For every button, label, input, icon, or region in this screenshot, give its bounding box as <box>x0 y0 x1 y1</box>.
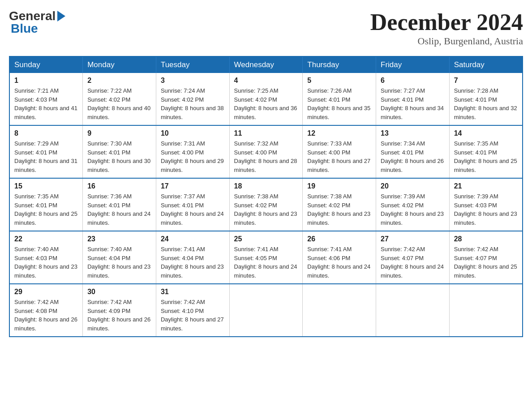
day-info: Sunrise: 7:40 AMSunset: 4:03 PMDaylight:… <box>14 246 77 279</box>
day-number: 12 <box>307 129 371 137</box>
day-number: 24 <box>161 235 225 243</box>
calendar-day-cell: 24 Sunrise: 7:41 AMSunset: 4:04 PMDaylig… <box>156 231 229 284</box>
day-info: Sunrise: 7:39 AMSunset: 4:03 PMDaylight:… <box>454 193 517 226</box>
calendar-week-row: 15 Sunrise: 7:35 AMSunset: 4:01 PMDaylig… <box>9 178 523 231</box>
calendar-day-cell: 17 Sunrise: 7:37 AMSunset: 4:01 PMDaylig… <box>156 178 229 231</box>
day-info: Sunrise: 7:42 AMSunset: 4:08 PMDaylight:… <box>14 299 77 332</box>
day-number: 23 <box>87 235 151 243</box>
calendar-day-cell: 13 Sunrise: 7:34 AMSunset: 4:01 PMDaylig… <box>376 125 450 178</box>
calendar-day-cell: 10 Sunrise: 7:31 AMSunset: 4:00 PMDaylig… <box>156 125 229 178</box>
day-number: 18 <box>234 182 298 190</box>
day-number: 16 <box>87 182 151 190</box>
day-info: Sunrise: 7:24 AMSunset: 4:02 PMDaylight:… <box>161 87 224 120</box>
day-number: 22 <box>14 235 78 243</box>
calendar-day-cell: 14 Sunrise: 7:35 AMSunset: 4:01 PMDaylig… <box>449 125 523 178</box>
day-info: Sunrise: 7:41 AMSunset: 4:06 PMDaylight:… <box>307 246 370 279</box>
day-info: Sunrise: 7:35 AMSunset: 4:01 PMDaylight:… <box>454 140 517 173</box>
calendar-day-cell: 5 Sunrise: 7:26 AMSunset: 4:01 PMDayligh… <box>303 73 376 125</box>
title-area: December 2024 Oslip, Burgenland, Austria <box>370 9 523 47</box>
calendar-day-cell: 21 Sunrise: 7:39 AMSunset: 4:03 PMDaylig… <box>449 178 523 231</box>
day-number: 8 <box>14 129 78 137</box>
day-info: Sunrise: 7:40 AMSunset: 4:04 PMDaylight:… <box>87 246 150 279</box>
day-info: Sunrise: 7:36 AMSunset: 4:01 PMDaylight:… <box>87 193 150 226</box>
calendar-week-row: 29 Sunrise: 7:42 AMSunset: 4:08 PMDaylig… <box>9 284 523 337</box>
day-number: 13 <box>381 129 445 137</box>
calendar-day-cell: 30 Sunrise: 7:42 AMSunset: 4:09 PMDaylig… <box>83 284 156 337</box>
calendar-day-cell: 31 Sunrise: 7:42 AMSunset: 4:10 PMDaylig… <box>156 284 229 337</box>
calendar-day-cell <box>449 284 523 337</box>
day-number: 6 <box>381 77 445 85</box>
day-info: Sunrise: 7:26 AMSunset: 4:01 PMDaylight:… <box>307 87 370 120</box>
calendar-week-row: 8 Sunrise: 7:29 AMSunset: 4:01 PMDayligh… <box>9 125 523 178</box>
calendar-day-cell: 15 Sunrise: 7:35 AMSunset: 4:01 PMDaylig… <box>9 178 83 231</box>
day-of-week-header: Friday <box>376 56 450 73</box>
calendar-day-cell: 2 Sunrise: 7:22 AMSunset: 4:02 PMDayligh… <box>83 73 156 125</box>
calendar-day-cell: 18 Sunrise: 7:38 AMSunset: 4:02 PMDaylig… <box>229 178 303 231</box>
day-number: 1 <box>14 77 78 85</box>
day-number: 28 <box>454 235 518 243</box>
calendar-day-cell: 25 Sunrise: 7:41 AMSunset: 4:05 PMDaylig… <box>229 231 303 284</box>
day-info: Sunrise: 7:28 AMSunset: 4:01 PMDaylight:… <box>454 87 517 120</box>
calendar-day-cell <box>303 284 376 337</box>
calendar-day-cell: 9 Sunrise: 7:30 AMSunset: 4:01 PMDayligh… <box>83 125 156 178</box>
day-number: 29 <box>14 288 78 296</box>
day-info: Sunrise: 7:42 AMSunset: 4:07 PMDaylight:… <box>454 246 517 279</box>
day-number: 27 <box>381 235 445 243</box>
calendar-table: SundayMondayTuesdayWednesdayThursdayFrid… <box>9 56 523 337</box>
day-number: 9 <box>87 129 151 137</box>
calendar-day-cell: 12 Sunrise: 7:33 AMSunset: 4:00 PMDaylig… <box>303 125 376 178</box>
calendar-day-cell: 1 Sunrise: 7:21 AMSunset: 4:03 PMDayligh… <box>9 73 83 125</box>
calendar-day-cell: 7 Sunrise: 7:28 AMSunset: 4:01 PMDayligh… <box>449 73 523 125</box>
day-info: Sunrise: 7:22 AMSunset: 4:02 PMDaylight:… <box>87 87 150 120</box>
calendar-day-cell: 20 Sunrise: 7:39 AMSunset: 4:02 PMDaylig… <box>376 178 450 231</box>
day-number: 30 <box>87 288 151 296</box>
day-info: Sunrise: 7:38 AMSunset: 4:02 PMDaylight:… <box>234 193 297 226</box>
day-number: 26 <box>307 235 371 243</box>
day-info: Sunrise: 7:29 AMSunset: 4:01 PMDaylight:… <box>14 140 77 173</box>
day-of-week-header: Tuesday <box>156 56 229 73</box>
day-number: 7 <box>454 77 518 85</box>
calendar-day-cell: 4 Sunrise: 7:25 AMSunset: 4:02 PMDayligh… <box>229 73 303 125</box>
page-header: General Blue December 2024 Oslip, Burgen… <box>9 9 523 47</box>
calendar-day-cell: 3 Sunrise: 7:24 AMSunset: 4:02 PMDayligh… <box>156 73 229 125</box>
day-number: 31 <box>161 288 225 296</box>
day-number: 4 <box>234 77 298 85</box>
day-info: Sunrise: 7:42 AMSunset: 4:10 PMDaylight:… <box>161 299 224 332</box>
day-info: Sunrise: 7:34 AMSunset: 4:01 PMDaylight:… <box>381 140 444 173</box>
day-info: Sunrise: 7:27 AMSunset: 4:01 PMDaylight:… <box>381 87 444 120</box>
calendar-day-cell: 6 Sunrise: 7:27 AMSunset: 4:01 PMDayligh… <box>376 73 450 125</box>
calendar-week-row: 22 Sunrise: 7:40 AMSunset: 4:03 PMDaylig… <box>9 231 523 284</box>
day-info: Sunrise: 7:39 AMSunset: 4:02 PMDaylight:… <box>381 193 444 226</box>
location-text: Oslip, Burgenland, Austria <box>370 35 523 47</box>
logo-blue-text: Blue <box>9 21 38 36</box>
day-of-week-header: Wednesday <box>229 56 303 73</box>
logo: General Blue <box>9 9 65 36</box>
day-info: Sunrise: 7:42 AMSunset: 4:09 PMDaylight:… <box>87 299 150 332</box>
day-number: 21 <box>454 182 518 190</box>
day-of-week-header: Monday <box>83 56 156 73</box>
calendar-day-cell: 29 Sunrise: 7:42 AMSunset: 4:08 PMDaylig… <box>9 284 83 337</box>
calendar-day-cell: 8 Sunrise: 7:29 AMSunset: 4:01 PMDayligh… <box>9 125 83 178</box>
day-info: Sunrise: 7:25 AMSunset: 4:02 PMDaylight:… <box>234 87 297 120</box>
day-number: 17 <box>161 182 225 190</box>
calendar-day-cell: 16 Sunrise: 7:36 AMSunset: 4:01 PMDaylig… <box>83 178 156 231</box>
calendar-day-cell: 11 Sunrise: 7:32 AMSunset: 4:00 PMDaylig… <box>229 125 303 178</box>
calendar-day-cell <box>376 284 450 337</box>
day-number: 2 <box>87 77 151 85</box>
day-info: Sunrise: 7:42 AMSunset: 4:07 PMDaylight:… <box>381 246 444 279</box>
day-number: 20 <box>381 182 445 190</box>
day-info: Sunrise: 7:35 AMSunset: 4:01 PMDaylight:… <box>14 193 77 226</box>
calendar-day-cell: 22 Sunrise: 7:40 AMSunset: 4:03 PMDaylig… <box>9 231 83 284</box>
calendar-day-cell: 19 Sunrise: 7:38 AMSunset: 4:02 PMDaylig… <box>303 178 376 231</box>
calendar-day-cell: 23 Sunrise: 7:40 AMSunset: 4:04 PMDaylig… <box>83 231 156 284</box>
day-number: 14 <box>454 129 518 137</box>
calendar-day-cell: 28 Sunrise: 7:42 AMSunset: 4:07 PMDaylig… <box>449 231 523 284</box>
day-number: 25 <box>234 235 298 243</box>
day-info: Sunrise: 7:33 AMSunset: 4:00 PMDaylight:… <box>307 140 370 173</box>
day-of-week-header: Thursday <box>303 56 376 73</box>
logo-arrow-icon <box>57 11 65 21</box>
calendar-day-cell <box>229 284 303 337</box>
day-number: 5 <box>307 77 371 85</box>
day-info: Sunrise: 7:41 AMSunset: 4:05 PMDaylight:… <box>234 246 297 279</box>
day-info: Sunrise: 7:21 AMSunset: 4:03 PMDaylight:… <box>14 87 77 120</box>
